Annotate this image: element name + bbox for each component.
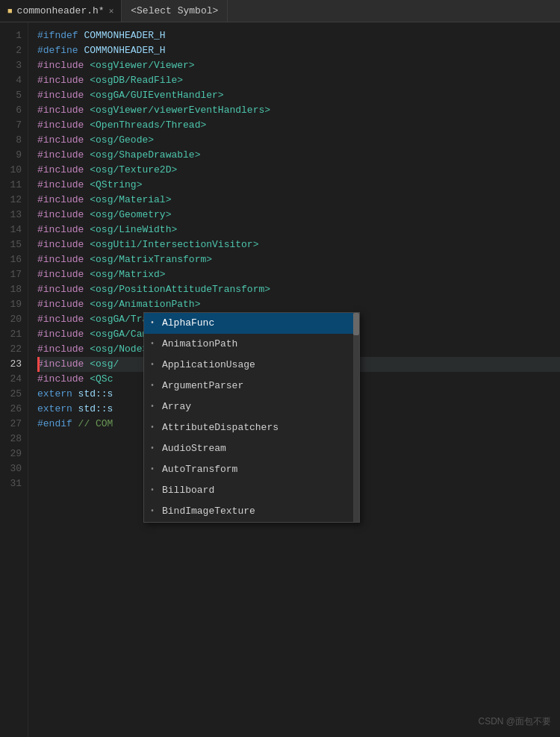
line-number: 13	[0, 208, 28, 223]
token: #include	[37, 75, 84, 86]
line-number: 9	[0, 148, 28, 163]
code-line: #include <osg/ShapeDrawable>	[37, 148, 560, 163]
line-number: 8	[0, 133, 28, 148]
watermark: CSDN @面包不要	[478, 715, 551, 728]
autocomplete-item-label: AudioStream	[162, 441, 226, 457]
autocomplete-scrollbar-thumb	[353, 313, 359, 335]
line-number: 17	[0, 267, 28, 282]
token: #include	[37, 329, 84, 340]
token: #include	[37, 239, 84, 250]
token: #include	[37, 179, 84, 190]
tab-filename: commonheader.h*	[17, 5, 105, 16]
line-number: 24	[0, 372, 28, 387]
line-number: 4	[0, 73, 28, 88]
tab-select-symbol[interactable]: <Select Symbol>	[122, 0, 228, 22]
line-number: 11	[0, 178, 28, 193]
autocomplete-item-label: ApplicationUsage	[162, 357, 255, 373]
line-number: 25	[0, 387, 28, 402]
code-line: #include <OpenThreads/Thread>	[37, 118, 560, 133]
code-line: #include <osg/Geometry>	[37, 208, 560, 223]
item-bullet-icon: •	[150, 482, 156, 499]
autocomplete-item-label: AutoTransform	[162, 461, 237, 478]
code-line: #include <osg/LineWidth>	[37, 223, 560, 237]
item-bullet-icon: •	[150, 315, 156, 332]
token: #define	[37, 45, 78, 56]
line-number: 18	[0, 282, 28, 297]
line-number: 7	[0, 118, 28, 133]
token: std::s	[72, 388, 113, 399]
code-line: #include <osgDB/ReadFile>	[37, 73, 560, 88]
token: #include	[37, 254, 84, 265]
token: #include	[37, 373, 84, 385]
code-line: #include <osg/Texture2D>	[37, 163, 560, 178]
tab-close-button[interactable]: ✕	[109, 6, 114, 16]
autocomplete-item-label: AttributeDispatchers	[162, 420, 279, 436]
tab-file[interactable]: ■ commonheader.h* ✕	[0, 0, 122, 22]
code-line: #include <osgViewer/Viewer>	[37, 58, 560, 73]
line-number: 2	[0, 43, 28, 58]
token: <osg/Node>	[84, 343, 148, 355]
autocomplete-item-label: Array	[162, 399, 191, 415]
token: #include	[37, 209, 84, 220]
token: <osg/ShapeDrawable>	[84, 149, 200, 161]
line-numbers: 1234567891011121314151617181920212223242…	[0, 22, 28, 737]
token: extern	[37, 403, 72, 414]
token: <osgViewer/viewerEventHandlers>	[84, 105, 270, 116]
autocomplete-item[interactable]: •AlphaFunc	[144, 313, 359, 334]
autocomplete-item-label: BindImageTexture	[162, 503, 255, 520]
autocomplete-item[interactable]: •AnimationPath	[144, 334, 359, 355]
autocomplete-item[interactable]: •AudioStream	[144, 438, 359, 459]
token: <osg/	[84, 358, 119, 370]
autocomplete-item[interactable]: •ApplicationUsage	[144, 355, 359, 376]
line-number: 21	[0, 327, 28, 342]
item-bullet-icon: •	[150, 461, 156, 478]
token: #include	[37, 314, 84, 325]
autocomplete-item-label: Billboard	[162, 482, 214, 499]
code-line: #ifndef COMMONHEADER_H	[37, 28, 560, 43]
token: #include	[37, 164, 84, 175]
code-line: #include <osg/AnimationPath>	[37, 297, 560, 312]
line-number: 31	[0, 476, 28, 491]
item-bullet-icon: •	[150, 336, 156, 352]
line-number: 16	[0, 252, 28, 267]
token: <osg/Material>	[84, 194, 171, 205]
autocomplete-item[interactable]: •BindImageTexture	[144, 501, 359, 522]
autocomplete-item[interactable]: •Array	[144, 397, 359, 417]
token: #include	[37, 119, 84, 131]
token: COMMONHEADER_H	[78, 30, 166, 41]
token: <OpenThreads/Thread>	[84, 119, 206, 131]
code-line: #include <osg/MatrixTransform>	[37, 252, 560, 267]
token: <osgDB/ReadFile>	[84, 75, 183, 86]
autocomplete-item[interactable]: •AutoTransform	[144, 459, 359, 480]
autocomplete-dropdown[interactable]: •AlphaFunc•AnimationPath•ApplicationUsag…	[143, 312, 360, 523]
autocomplete-item[interactable]: •AttributeDispatchers	[144, 417, 359, 438]
code-container: 1234567891011121314151617181920212223242…	[0, 22, 560, 737]
token: <osg/Matrixd>	[84, 269, 165, 280]
code-line: #include <osg/Material>	[37, 193, 560, 208]
token: #ifndef	[37, 30, 78, 41]
token: #include	[37, 358, 84, 370]
error-indicator	[37, 357, 40, 372]
autocomplete-item[interactable]: •Billboard	[144, 480, 359, 501]
line-number: 27	[0, 417, 28, 432]
token: <osgViewer/Viewer>	[84, 60, 194, 71]
line-number: 1	[0, 28, 28, 43]
token: <osg/PositionAttitudeTransform>	[84, 284, 270, 295]
token: extern	[37, 388, 72, 399]
line-number: 28	[0, 432, 28, 447]
token: #include	[37, 149, 84, 161]
token: <osgUtil/IntersectionVisitor>	[84, 239, 258, 250]
token: #include	[37, 284, 84, 295]
token: #include	[37, 60, 84, 71]
line-number: 15	[0, 237, 28, 252]
token: <osg/Texture2D>	[84, 164, 177, 175]
code-line: #include <osgGA/GUIEventHandler>	[37, 88, 560, 103]
token: #include	[37, 105, 84, 116]
token: #include	[37, 90, 84, 101]
item-bullet-icon: •	[150, 420, 156, 436]
autocomplete-scrollbar[interactable]	[353, 313, 359, 522]
autocomplete-item[interactable]: •ArgumentParser	[144, 376, 359, 397]
code-line: #include <QString>	[37, 178, 560, 193]
token: <QString>	[84, 179, 142, 190]
token: #include	[37, 343, 84, 355]
